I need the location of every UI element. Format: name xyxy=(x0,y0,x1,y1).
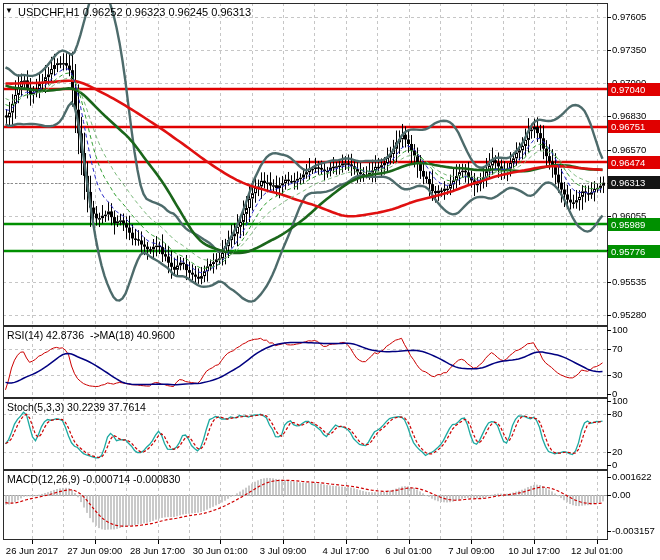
rsi-tick-label: 100 xyxy=(612,324,628,335)
macd-indicator-label: MACD(12,26,9) -0.000714 -0.000830 xyxy=(7,473,180,485)
price-level-badge: 0.95776 xyxy=(608,245,660,258)
trading-chart-window: { "window": { "dropdown_icon": "▼", "tit… xyxy=(0,0,660,560)
macd-tick-label: 0.001622 xyxy=(612,471,652,482)
chart-dropdown-icon[interactable]: ▼ xyxy=(5,6,13,15)
time-tick-label: 27 Jun 09:00 xyxy=(67,545,122,556)
macd-tick-label: 0.00 xyxy=(612,489,631,500)
chart-title: USDCHF,H1 0.96252 0.96323 0.96245 0.9631… xyxy=(18,6,251,18)
time-tick-label: 7 Jul 09:00 xyxy=(448,545,494,556)
price-tick-label: 0.97350 xyxy=(612,44,646,55)
rsi-tick-label: 30 xyxy=(612,369,623,380)
time-tick-label: 12 Jul 01:00 xyxy=(571,545,623,556)
price-level-badge: 0.95989 xyxy=(608,218,660,231)
rsi-indicator-label: RSI(14) 42.8736 ->MA(18) 40.9600 xyxy=(7,329,175,341)
time-tick-label: 4 Jul 17:00 xyxy=(323,545,369,556)
price-level-badge: 0.96751 xyxy=(608,120,660,133)
time-tick-label: 3 Jul 09:00 xyxy=(260,545,306,556)
stoch-tick-label: 20 xyxy=(612,446,623,457)
time-tick-label: 26 Jun 2017 xyxy=(6,545,58,556)
stoch-tick-label: 100 xyxy=(612,395,628,406)
price-level-badge: 0.96474 xyxy=(608,156,660,169)
rsi-tick-label: 70 xyxy=(612,343,623,354)
time-tick-label: 30 Jun 01:00 xyxy=(193,545,248,556)
time-tick-label: 10 Jul 17:00 xyxy=(508,545,560,556)
stoch-indicator-label: Stoch(5,3,3) 30.2239 37.7614 xyxy=(7,401,146,413)
time-tick-label: 28 Jun 17:00 xyxy=(130,545,185,556)
stoch-tick-label: 80 xyxy=(612,408,623,419)
price-level-badge: 0.96313 xyxy=(608,176,660,189)
price-tick-label: 0.95280 xyxy=(612,309,646,320)
price-tick-label: 0.97605 xyxy=(612,11,646,22)
price-tick-label: 0.95535 xyxy=(612,276,646,287)
macd-tick-label: -0.003157 xyxy=(612,525,655,536)
stoch-tick-label: 0 xyxy=(612,459,617,470)
price-tick-label: 0.96570 xyxy=(612,144,646,155)
time-tick-label: 6 Jul 01:00 xyxy=(385,545,431,556)
price-level-badge: 0.97040 xyxy=(608,83,660,96)
